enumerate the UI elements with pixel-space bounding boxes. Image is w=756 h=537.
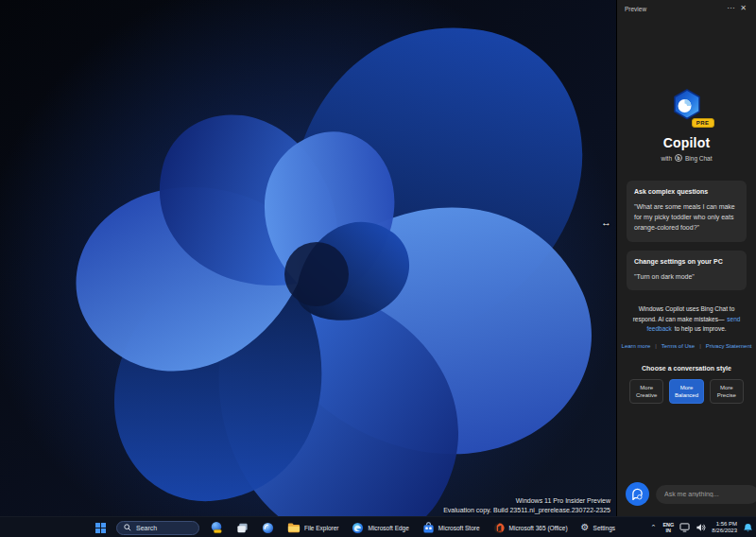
subtitle-bing-chat: Bing Chat (685, 155, 713, 162)
tray-date: 8/26/2023 (712, 528, 737, 533)
language-line2: IN (666, 528, 672, 533)
style-btn-line2: Creative (636, 392, 657, 398)
style-btn-line2: Precise (717, 392, 736, 398)
legal-links: Learn more | Terms of Use | Privacy Stat… (617, 343, 756, 349)
screen: Windows 11 Pro Insider Preview Evaluatio… (0, 0, 756, 537)
desktop[interactable]: Windows 11 Pro Insider Preview Evaluatio… (0, 0, 616, 516)
network-icon (679, 523, 690, 532)
horizontal-resize-cursor: ↔ (601, 217, 611, 228)
conversation-style-title: Choose a conversation style (617, 365, 756, 372)
copilot-taskbar-button[interactable] (207, 519, 226, 536)
microsoft-store-button[interactable]: Microsoft Store (420, 519, 483, 536)
search-icon (124, 524, 131, 531)
start-button[interactable] (93, 519, 109, 536)
evaluation-watermark: Windows 11 Pro Insider Preview Evaluatio… (443, 496, 610, 514)
microsoft-edge-button[interactable]: Microsoft Edge (349, 519, 411, 536)
suggestion-card-change-settings[interactable]: Change settings on your PC "Turn on dark… (627, 251, 747, 291)
style-btn-line1: More (720, 385, 733, 390)
speaker-icon (696, 523, 706, 532)
style-more-precise-button[interactable]: More Precise (710, 379, 744, 404)
taskbar-center-group: Search (93, 517, 618, 537)
microsoft-365-icon (493, 522, 506, 534)
terms-of-use-link[interactable]: Terms of Use (662, 343, 695, 349)
taskbar-app-label: Microsoft Store (438, 525, 480, 531)
task-view-button[interactable] (233, 519, 251, 536)
windows-logo-icon (95, 523, 106, 533)
taskbar-app-label: Microsoft 365 (Office) (509, 525, 568, 531)
copilot-logo: PRE (669, 87, 705, 127)
edge-icon (352, 522, 364, 534)
copilot-panel: Preview ⋯ ✕ PRE (616, 0, 756, 516)
privacy-statement-link[interactable]: Privacy Statement (706, 343, 752, 349)
preview-label: Preview (625, 6, 724, 12)
store-icon (422, 522, 435, 534)
watermark-line1: Windows 11 Pro Insider Preview (443, 496, 610, 505)
microsoft-365-button[interactable]: Microsoft 365 (Office) (490, 519, 571, 536)
pre-badge: PRE (692, 118, 714, 128)
copilot-title: Copilot (617, 135, 756, 150)
conversation-style-buttons: More Creative More Balanced More Precise (617, 379, 756, 404)
more-options-icon[interactable]: ⋯ (724, 4, 737, 13)
style-btn-line2: Balanced (675, 392, 698, 398)
tray-time: 1:56 PM (716, 521, 737, 527)
style-more-creative-button[interactable]: More Creative (629, 379, 663, 404)
suggestion-cards: Ask complex questions "What are some mea… (617, 181, 756, 290)
card-body: "Turn on dark mode" (634, 272, 739, 283)
language-line1: ENG (662, 522, 674, 528)
suggestion-card-ask-questions[interactable]: Ask complex questions "What are some mea… (627, 181, 747, 242)
chat-bubble-icon (631, 488, 644, 500)
copilot-chat-button[interactable] (626, 482, 649, 506)
copilot-subtitle: with b Bing Chat (617, 154, 756, 162)
style-more-balanced-button[interactable]: More Balanced (669, 379, 703, 404)
network-tray-button[interactable] (679, 523, 690, 532)
task-view-icon (236, 522, 249, 534)
widgets-icon (262, 522, 274, 534)
widgets-button[interactable] (259, 519, 277, 536)
link-separator: | (655, 343, 657, 349)
close-icon[interactable]: ✕ (737, 4, 749, 13)
learn-more-link[interactable]: Learn more (622, 343, 651, 349)
subtitle-with: with (661, 155, 672, 162)
bing-icon: b (675, 154, 682, 162)
taskbar: Search (0, 516, 756, 537)
disclaimer-text-before: Windows Copilot uses Bing Chat to respon… (633, 305, 735, 321)
language-indicator[interactable]: ENG IN (662, 522, 674, 534)
style-btn-line1: More (680, 385, 694, 390)
card-title: Ask complex questions (634, 188, 739, 195)
file-explorer-icon (287, 522, 301, 533)
settings-button[interactable]: ⚙ Settings (578, 519, 618, 536)
copilot-taskbar-icon (210, 521, 223, 534)
chat-input-row (617, 475, 756, 516)
card-title: Change settings on your PC (634, 258, 739, 265)
system-tray: ⌃ ENG IN 1:56 PM 8/26/2023 (650, 517, 754, 537)
search-placeholder: Search (136, 525, 157, 531)
disclaimer-text-after: to help us improve. (675, 325, 727, 332)
copilot-brand: PRE Copilot with b Bing Chat (617, 87, 756, 162)
ai-disclaimer: Windows Copilot uses Bing Chat to respon… (617, 304, 756, 334)
notification-bell-button[interactable] (743, 523, 753, 533)
watermark-line2: Evaluation copy. Build 23511.ni_prerelea… (443, 506, 610, 514)
volume-tray-button[interactable] (696, 523, 706, 532)
style-btn-line1: More (640, 385, 653, 390)
taskbar-app-label: Microsoft Edge (368, 525, 408, 531)
taskbar-app-label: Settings (593, 525, 616, 531)
card-body: "What are some meals I can make for my p… (634, 202, 739, 234)
wallpaper-bloom-art (0, 0, 616, 516)
gear-icon: ⚙ (581, 523, 590, 532)
link-separator: | (699, 343, 701, 349)
ask-me-anything-input[interactable] (656, 485, 756, 504)
file-explorer-button[interactable]: File Explorer (284, 519, 341, 536)
clock[interactable]: 1:56 PM 8/26/2023 (712, 521, 737, 535)
bell-icon (743, 523, 753, 533)
taskbar-search[interactable]: Search (116, 521, 199, 535)
copilot-panel-header: Preview ⋯ ✕ (617, 0, 756, 15)
show-hidden-icons-chevron[interactable]: ⌃ (650, 524, 658, 531)
taskbar-app-label: File Explorer (304, 525, 338, 531)
